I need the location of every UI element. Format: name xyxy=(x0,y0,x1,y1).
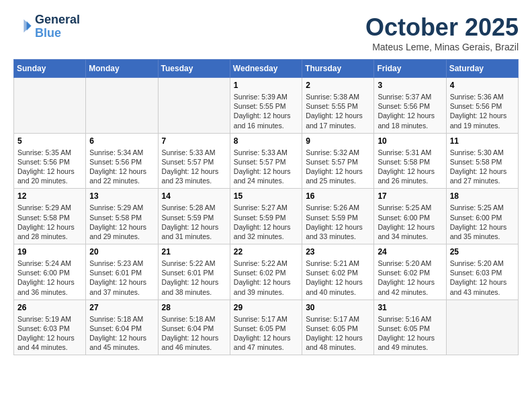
calendar-cell: 5Sunrise: 5:35 AMSunset: 5:56 PMDaylight… xyxy=(14,133,86,189)
title-block: October 2025 Mateus Leme, Minas Gerais, … xyxy=(365,13,519,52)
calendar-week-row: 5Sunrise: 5:35 AMSunset: 5:56 PMDaylight… xyxy=(14,133,519,189)
calendar-cell: 27Sunrise: 5:18 AMSunset: 6:04 PMDayligh… xyxy=(86,300,158,355)
calendar-cell: 28Sunrise: 5:18 AMSunset: 6:04 PMDayligh… xyxy=(158,300,230,355)
day-number: 22 xyxy=(234,247,298,257)
calendar-cell xyxy=(86,78,158,134)
day-info: Sunrise: 5:21 AMSunset: 6:02 PMDaylight:… xyxy=(306,259,370,297)
calendar-cell: 20Sunrise: 5:23 AMSunset: 6:01 PMDayligh… xyxy=(86,244,158,300)
day-info: Sunrise: 5:22 AMSunset: 6:02 PMDaylight:… xyxy=(234,259,298,297)
calendar-week-row: 26Sunrise: 5:19 AMSunset: 6:03 PMDayligh… xyxy=(14,300,519,355)
weekday-header: Sunday xyxy=(14,60,86,78)
calendar-cell xyxy=(446,300,518,355)
calendar-cell: 24Sunrise: 5:20 AMSunset: 6:02 PMDayligh… xyxy=(374,244,446,300)
day-number: 15 xyxy=(234,191,298,201)
day-info: Sunrise: 5:20 AMSunset: 6:03 PMDaylight:… xyxy=(450,259,515,297)
day-number: 19 xyxy=(17,247,82,257)
day-info: Sunrise: 5:20 AMSunset: 6:02 PMDaylight:… xyxy=(378,259,442,297)
weekday-header: Monday xyxy=(86,60,158,78)
weekday-header: Thursday xyxy=(302,60,374,78)
calendar-cell: 18Sunrise: 5:25 AMSunset: 6:00 PMDayligh… xyxy=(446,189,518,244)
day-number: 16 xyxy=(306,191,370,201)
day-number: 30 xyxy=(306,303,370,312)
location: Mateus Leme, Minas Gerais, Brazil xyxy=(365,42,519,52)
day-number: 26 xyxy=(17,303,82,312)
day-info: Sunrise: 5:32 AMSunset: 5:57 PMDaylight:… xyxy=(306,148,370,186)
day-number: 2 xyxy=(306,81,370,90)
day-info: Sunrise: 5:34 AMSunset: 5:56 PMDaylight:… xyxy=(89,148,154,186)
weekday-header: Friday xyxy=(374,60,446,78)
logo-text: General Blue xyxy=(35,13,80,40)
calendar-cell: 10Sunrise: 5:31 AMSunset: 5:58 PMDayligh… xyxy=(374,133,446,189)
calendar-cell: 3Sunrise: 5:37 AMSunset: 5:56 PMDaylight… xyxy=(374,78,446,134)
calendar-cell: 4Sunrise: 5:36 AMSunset: 5:56 PMDaylight… xyxy=(446,78,518,134)
day-info: Sunrise: 5:17 AMSunset: 6:05 PMDaylight:… xyxy=(234,314,298,353)
calendar-cell: 19Sunrise: 5:24 AMSunset: 6:00 PMDayligh… xyxy=(14,244,86,300)
day-number: 10 xyxy=(378,136,442,146)
day-number: 21 xyxy=(162,247,226,257)
day-number: 11 xyxy=(450,136,515,146)
calendar-cell: 2Sunrise: 5:38 AMSunset: 5:55 PMDaylight… xyxy=(302,78,374,134)
day-info: Sunrise: 5:29 AMSunset: 5:58 PMDaylight:… xyxy=(89,203,154,241)
calendar-cell: 26Sunrise: 5:19 AMSunset: 6:03 PMDayligh… xyxy=(14,300,86,355)
day-number: 28 xyxy=(162,303,226,312)
calendar-cell: 6Sunrise: 5:34 AMSunset: 5:56 PMDaylight… xyxy=(86,133,158,189)
calendar-cell: 11Sunrise: 5:30 AMSunset: 5:58 PMDayligh… xyxy=(446,133,518,189)
day-number: 27 xyxy=(89,303,154,312)
day-info: Sunrise: 5:18 AMSunset: 6:04 PMDaylight:… xyxy=(89,314,154,353)
calendar-cell: 17Sunrise: 5:25 AMSunset: 6:00 PMDayligh… xyxy=(374,189,446,244)
day-info: Sunrise: 5:33 AMSunset: 5:57 PMDaylight:… xyxy=(162,148,226,186)
day-info: Sunrise: 5:31 AMSunset: 5:58 PMDaylight:… xyxy=(378,148,442,186)
day-info: Sunrise: 5:17 AMSunset: 6:05 PMDaylight:… xyxy=(306,314,370,353)
logo: General Blue xyxy=(13,13,80,40)
calendar-cell: 31Sunrise: 5:16 AMSunset: 6:05 PMDayligh… xyxy=(374,300,446,355)
day-info: Sunrise: 5:25 AMSunset: 6:00 PMDaylight:… xyxy=(450,203,515,241)
day-number: 13 xyxy=(89,191,154,201)
calendar-week-row: 19Sunrise: 5:24 AMSunset: 6:00 PMDayligh… xyxy=(14,244,519,300)
day-info: Sunrise: 5:19 AMSunset: 6:03 PMDaylight:… xyxy=(17,314,82,353)
day-info: Sunrise: 5:26 AMSunset: 5:59 PMDaylight:… xyxy=(306,203,370,241)
calendar-cell xyxy=(14,78,86,134)
weekday-header: Tuesday xyxy=(158,60,230,78)
day-info: Sunrise: 5:24 AMSunset: 6:00 PMDaylight:… xyxy=(17,259,82,297)
weekday-header-row: SundayMondayTuesdayWednesdayThursdayFrid… xyxy=(14,60,519,78)
calendar-cell: 21Sunrise: 5:22 AMSunset: 6:01 PMDayligh… xyxy=(158,244,230,300)
calendar-cell: 8Sunrise: 5:33 AMSunset: 5:57 PMDaylight… xyxy=(230,133,302,189)
day-info: Sunrise: 5:22 AMSunset: 6:01 PMDaylight:… xyxy=(162,259,226,297)
day-number: 1 xyxy=(234,81,298,90)
day-number: 20 xyxy=(89,247,154,257)
day-number: 4 xyxy=(450,81,515,90)
day-info: Sunrise: 5:37 AMSunset: 5:56 PMDaylight:… xyxy=(378,92,442,130)
calendar-cell: 7Sunrise: 5:33 AMSunset: 5:57 PMDaylight… xyxy=(158,133,230,189)
weekday-header: Wednesday xyxy=(230,60,302,78)
svg-marker-1 xyxy=(24,19,30,33)
calendar-cell: 9Sunrise: 5:32 AMSunset: 5:57 PMDaylight… xyxy=(302,133,374,189)
calendar-cell: 15Sunrise: 5:27 AMSunset: 5:59 PMDayligh… xyxy=(230,189,302,244)
day-number: 6 xyxy=(89,136,154,146)
day-number: 23 xyxy=(306,247,370,257)
weekday-header: Saturday xyxy=(446,60,518,78)
calendar-cell: 12Sunrise: 5:29 AMSunset: 5:58 PMDayligh… xyxy=(14,189,86,244)
calendar-cell xyxy=(158,78,230,134)
day-number: 5 xyxy=(17,136,82,146)
calendar-week-row: 1Sunrise: 5:39 AMSunset: 5:55 PMDaylight… xyxy=(14,78,519,134)
calendar-cell: 30Sunrise: 5:17 AMSunset: 6:05 PMDayligh… xyxy=(302,300,374,355)
day-number: 29 xyxy=(234,303,298,312)
logo-icon xyxy=(13,17,32,36)
day-info: Sunrise: 5:18 AMSunset: 6:04 PMDaylight:… xyxy=(162,314,226,353)
day-number: 7 xyxy=(162,136,226,146)
day-info: Sunrise: 5:23 AMSunset: 6:01 PMDaylight:… xyxy=(89,259,154,297)
day-info: Sunrise: 5:27 AMSunset: 5:59 PMDaylight:… xyxy=(234,203,298,241)
day-info: Sunrise: 5:38 AMSunset: 5:55 PMDaylight:… xyxy=(306,92,370,130)
day-number: 18 xyxy=(450,191,515,201)
calendar-cell: 22Sunrise: 5:22 AMSunset: 6:02 PMDayligh… xyxy=(230,244,302,300)
day-info: Sunrise: 5:33 AMSunset: 5:57 PMDaylight:… xyxy=(234,148,298,186)
day-number: 3 xyxy=(378,81,442,90)
calendar-cell: 25Sunrise: 5:20 AMSunset: 6:03 PMDayligh… xyxy=(446,244,518,300)
page-header: General Blue October 2025 Mateus Leme, M… xyxy=(13,13,519,52)
day-number: 14 xyxy=(162,191,226,201)
day-info: Sunrise: 5:30 AMSunset: 5:58 PMDaylight:… xyxy=(450,148,515,186)
day-number: 12 xyxy=(17,191,82,201)
day-info: Sunrise: 5:39 AMSunset: 5:55 PMDaylight:… xyxy=(234,92,298,130)
calendar-cell: 1Sunrise: 5:39 AMSunset: 5:55 PMDaylight… xyxy=(230,78,302,134)
calendar-cell: 16Sunrise: 5:26 AMSunset: 5:59 PMDayligh… xyxy=(302,189,374,244)
